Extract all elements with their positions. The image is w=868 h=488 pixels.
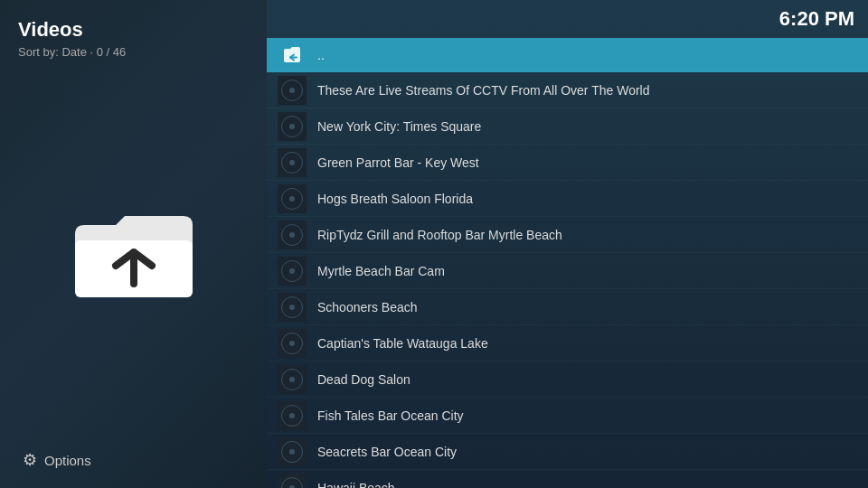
sidebar: Videos Sort by: Date · 0 / 46 ⚙ Options xyxy=(0,0,267,488)
sort-info: Sort by: Date · 0 / 46 xyxy=(18,45,249,59)
item-label: Dead Dog Salon xyxy=(317,372,410,387)
item-thumbnail xyxy=(278,293,307,322)
list-item[interactable]: Fish Tales Bar Ocean City xyxy=(267,398,868,434)
item-label: Green Parrot Bar - Key West xyxy=(317,155,479,170)
item-thumbnail xyxy=(278,184,307,213)
item-thumbnail xyxy=(278,365,307,394)
item-thumbnail xyxy=(278,76,307,105)
item-label: Seacrets Bar Ocean City xyxy=(317,445,457,459)
list-item[interactable]: These Are Live Streams Of CCTV From All … xyxy=(267,72,868,108)
item-thumbnail xyxy=(278,148,307,177)
item-label: Schooners Beach xyxy=(317,300,418,314)
folder-icon xyxy=(66,202,202,311)
video-list: .. These Are Live Streams Of CCTV From A… xyxy=(267,38,868,488)
item-label: Captian's Table Watauga Lake xyxy=(317,336,488,351)
item-thumbnail xyxy=(278,112,307,141)
back-label: .. xyxy=(317,48,325,62)
list-item[interactable]: Schooners Beach xyxy=(267,289,868,325)
item-label: RipTydz Grill and Rooftop Bar Myrtle Bea… xyxy=(317,228,562,242)
item-label: These Are Live Streams Of CCTV From All … xyxy=(317,83,649,98)
options-label: Options xyxy=(44,453,91,468)
gear-icon: ⚙ xyxy=(23,450,37,470)
item-label: Hawaii Beach xyxy=(317,481,395,489)
list-item[interactable]: Dead Dog Salon xyxy=(267,361,868,398)
list-item[interactable]: Myrtle Beach Bar Cam xyxy=(267,253,868,289)
list-item[interactable]: RipTydz Grill and Rooftop Bar Myrtle Bea… xyxy=(267,217,868,253)
item-thumbnail xyxy=(278,401,307,430)
item-label: Fish Tales Bar Ocean City xyxy=(317,408,464,423)
back-icon xyxy=(278,41,307,70)
sidebar-header: Videos Sort by: Date · 0 / 46 xyxy=(0,9,267,68)
clock: 6:20 PM xyxy=(779,7,854,31)
item-thumbnail xyxy=(278,257,307,286)
top-bar: 6:20 PM xyxy=(267,0,868,38)
item-label: New York City: Times Square xyxy=(317,119,481,134)
item-thumbnail xyxy=(278,221,307,249)
page-title: Videos xyxy=(18,18,249,42)
options-button[interactable]: ⚙ Options xyxy=(9,446,105,474)
list-item[interactable]: New York City: Times Square xyxy=(267,108,868,145)
item-thumbnail xyxy=(278,474,307,489)
item-thumbnail xyxy=(278,437,307,466)
item-label: Hogs Breath Saloon Florida xyxy=(317,192,473,206)
list-item[interactable]: Hawaii Beach xyxy=(267,470,868,488)
list-item[interactable]: Seacrets Bar Ocean City xyxy=(267,434,868,470)
back-button[interactable]: .. xyxy=(267,38,868,72)
item-thumbnail xyxy=(278,329,307,358)
content-area: 6:20 PM .. These Are Live Streams Of CCT… xyxy=(267,0,868,488)
list-item[interactable]: Hogs Breath Saloon Florida xyxy=(267,181,868,217)
folder-icon-area xyxy=(66,68,202,446)
list-item[interactable]: Green Parrot Bar - Key West xyxy=(267,145,868,181)
item-label: Myrtle Beach Bar Cam xyxy=(317,264,445,278)
list-item[interactable]: Captian's Table Watauga Lake xyxy=(267,325,868,361)
